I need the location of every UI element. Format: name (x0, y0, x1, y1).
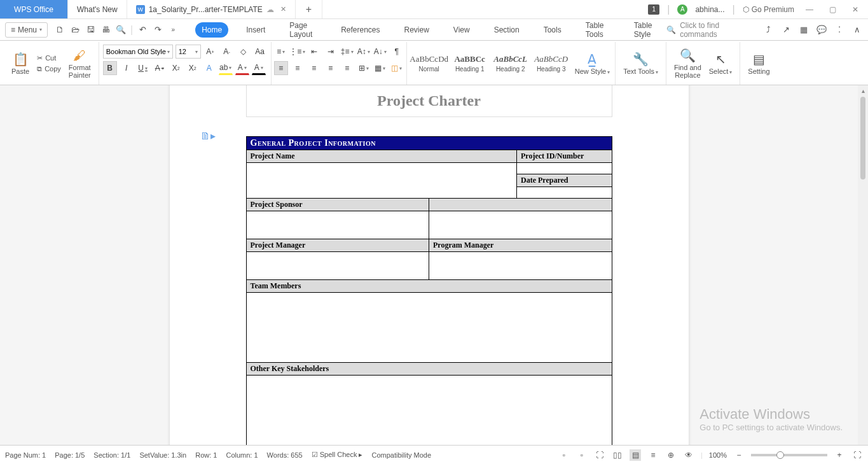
share-icon[interactable]: ⤴ (762, 24, 774, 36)
go-premium-button[interactable]: ⬡Go Premium (743, 5, 794, 14)
collapse-ribbon-icon[interactable]: ⁚ (834, 24, 845, 36)
cell-project-manager[interactable] (246, 252, 429, 280)
style-heading2[interactable]: AaBbCcLHeading 2 (491, 53, 530, 74)
cut-button[interactable]: ✂Cut (34, 53, 64, 63)
align-left-button[interactable]: ≡ (274, 61, 288, 75)
tab-document[interactable]: W 1a_Solarity_Pr...arter-TEMPLATE ☁ ✕ (127, 0, 296, 18)
find-commands[interactable]: 🔍 Click to find commands (666, 21, 751, 39)
numbering-button[interactable]: ⋮≡ (291, 45, 305, 59)
zoom-slider[interactable] (751, 454, 827, 456)
project-table[interactable]: General Project Information Project Name… (246, 136, 612, 445)
tab-table-style[interactable]: Table Style (628, 18, 664, 42)
new-style-button[interactable]: A̲New Style (572, 50, 613, 76)
para-shading-button[interactable]: ◫ (390, 61, 404, 75)
subscript-button[interactable]: X2 (186, 61, 200, 75)
style-normal[interactable]: AaBbCcDdNormal (410, 53, 449, 74)
cell-project-sponsor[interactable] (246, 211, 429, 239)
cell-stakeholders[interactable] (246, 376, 612, 446)
font-name-select[interactable]: Bookman Old Style▾ (103, 45, 173, 59)
text-tools-button[interactable]: 🔧Text Tools (621, 50, 661, 76)
tab-section[interactable]: Section (488, 22, 526, 38)
notification-badge[interactable]: 1 (648, 4, 659, 15)
paste-button[interactable]: 📋Paste (9, 50, 32, 76)
cell-date-prepared[interactable] (517, 187, 612, 199)
cell-team-members[interactable] (246, 293, 612, 363)
bullets-button[interactable]: ≡ (274, 45, 288, 59)
shading-button[interactable]: A (252, 61, 266, 75)
document-area[interactable]: 🗎▸ Project Charter General Project Infor… (0, 85, 858, 445)
cell-program-manager[interactable] (429, 252, 612, 280)
status-setvalue[interactable]: SetValue: 1.3in (139, 451, 186, 459)
qat-new-icon[interactable]: 🗋 (54, 24, 65, 36)
export-icon[interactable]: ↗ (780, 24, 792, 36)
status-section[interactable]: Section: 1/1 (93, 451, 130, 459)
tab-add[interactable]: + (296, 0, 322, 18)
menu-button[interactable]: ≡ Menu ▾ (5, 22, 48, 38)
underline-button[interactable]: U (136, 61, 150, 75)
increase-indent-button[interactable]: ⇥ (324, 45, 338, 59)
fit-page-button[interactable]: ⛶ (851, 449, 863, 461)
tab-close-icon[interactable]: ✕ (280, 5, 286, 13)
decrease-indent-button[interactable]: ⇤ (307, 45, 321, 59)
tab-view[interactable]: View (447, 22, 476, 38)
line-spacing-button[interactable]: ‡≡ (340, 45, 354, 59)
view-fullscreen-icon[interactable]: ⛶ (594, 449, 605, 461)
qat-undo-icon[interactable]: ↶ (137, 24, 148, 36)
qat-preview-icon[interactable]: 🔍 (115, 24, 127, 36)
tab-home[interactable]: Home (195, 22, 228, 38)
clear-format-button[interactable]: ◇ (237, 45, 251, 59)
cell-project-name[interactable] (246, 163, 517, 199)
justify-button[interactable]: ≡ (324, 61, 338, 75)
status-words[interactable]: Words: 655 (267, 451, 303, 459)
cell-project-id[interactable] (517, 163, 612, 174)
tab-tools[interactable]: Tools (537, 22, 568, 38)
cell-sponsor-right[interactable] (429, 211, 612, 239)
tab-review[interactable]: Review (398, 22, 436, 38)
scroll-up-icon[interactable]: ▴ (862, 85, 865, 95)
font-color-button[interactable]: A (235, 61, 249, 75)
style-heading3[interactable]: AaBbCcDHeading 3 (532, 53, 571, 74)
view-web-icon[interactable]: ⊕ (665, 449, 677, 461)
user-name[interactable]: abhina... (695, 5, 724, 14)
layout-icon[interactable]: ▦ (798, 24, 809, 36)
zoom-in-button[interactable]: + (834, 449, 845, 461)
minimize-button[interactable]: — (802, 2, 817, 17)
text-effects-button[interactable]: A (202, 61, 216, 75)
view-book-icon[interactable]: ▯▯ (612, 449, 623, 461)
tab-whats-new[interactable]: What's New (68, 0, 127, 18)
view-mode1-icon[interactable]: ▫ (558, 449, 570, 461)
comment-icon[interactable]: 💬 (816, 24, 827, 36)
style-heading1[interactable]: AaBBCcHeading 1 (450, 53, 490, 74)
tab-wps-office[interactable]: WPS Office (0, 0, 68, 18)
grow-font-button[interactable]: A+ (203, 45, 217, 59)
tab-table-tools[interactable]: Table Tools (579, 18, 616, 42)
sort-button[interactable]: A↓ (373, 45, 387, 59)
tabs-button[interactable]: ⊞ (357, 61, 371, 75)
view-eye-icon[interactable]: 👁 (683, 449, 694, 461)
chevron-icon[interactable]: ∧ (851, 24, 863, 36)
highlight-button[interactable]: ab (219, 61, 233, 75)
font-size-select[interactable]: 12▾ (176, 45, 201, 59)
text-direction-button[interactable]: A↕ (357, 45, 371, 59)
view-outline-icon[interactable]: ≡ (647, 449, 659, 461)
status-column[interactable]: Column: 1 (226, 451, 258, 459)
qat-more-icon[interactable]: » (167, 24, 179, 36)
tab-page-layout[interactable]: Page Layout (283, 18, 323, 42)
view-page-icon[interactable]: ▤ (630, 449, 641, 461)
zoom-value[interactable]: 100% (709, 451, 727, 459)
status-row[interactable]: Row: 1 (195, 451, 217, 459)
user-avatar[interactable]: A (677, 4, 687, 15)
view-mode2-icon[interactable]: ▫ (576, 449, 588, 461)
tab-references[interactable]: References (334, 22, 386, 38)
copy-button[interactable]: ⧉Copy (34, 64, 64, 74)
tab-insert[interactable]: Insert (240, 22, 272, 38)
setting-button[interactable]: ▤Setting (745, 50, 772, 76)
show-marks-button[interactable]: ¶ (390, 45, 404, 59)
scroll-thumb[interactable] (860, 97, 865, 179)
change-case-button[interactable]: Aa (253, 45, 267, 59)
status-compat[interactable]: Compatibility Mode (371, 451, 431, 459)
qat-save-icon[interactable]: 🖫 (85, 24, 96, 36)
status-spellcheck[interactable]: ☑ Spell Check ▸ (312, 451, 363, 459)
zoom-out-button[interactable]: − (733, 449, 745, 461)
format-painter-button[interactable]: 🖌Format Painter (66, 46, 93, 80)
